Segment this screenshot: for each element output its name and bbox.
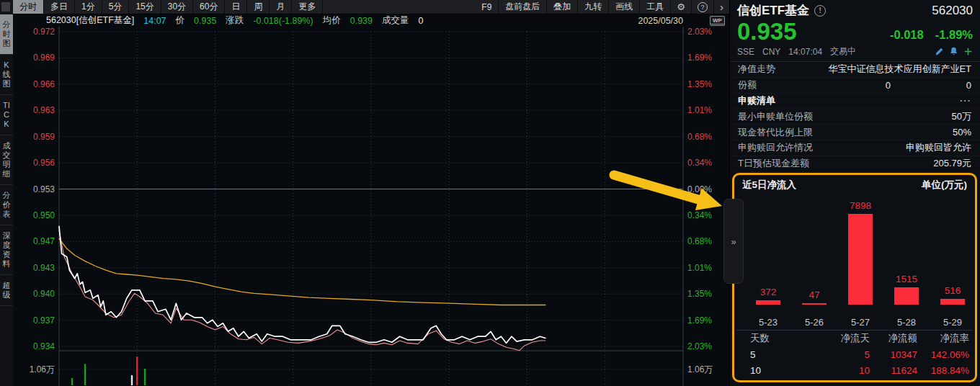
inflow-bar-5-27 [848,214,873,305]
price-axis-label: 0.953 [33,184,55,194]
inflow-value: 1515 [883,274,930,284]
net-inflow-title: 近5日净流入 [742,179,796,192]
tab-日[interactable]: 日 [225,0,247,14]
inflow-category: 5-27 [837,317,883,328]
tab-多日[interactable]: 多日 [44,0,75,14]
info-icon[interactable]: ! [814,5,826,17]
tab-1分[interactable]: 1分 [75,0,102,14]
chart-status-bar: 562030[信创ETF基金]14:07价0.935涨跌-0.018(-1.89… [13,14,729,27]
toolbar-button-九转[interactable]: 九转 [578,0,609,14]
inflow-category: 5-26 [791,317,837,328]
pct-axis-label: 1.01% [687,105,712,115]
fund-name: 信创ETF基金 [737,2,809,19]
inflow-bar-5-26 [802,303,827,305]
toolbar-buttons: F9盘前盘后叠加九转画线工具 [475,0,671,14]
price-axis-label: 0.969 [33,53,55,63]
fund-info-list: 净值走势华宝中证信息技术应用创新产业ET份额00申赎清单···最小申赎单位份额5… [730,62,980,187]
price-change-pct: -1.89% [935,28,973,42]
price-axis-label: 0.972 [33,27,55,37]
alert-bell-icon[interactable] [949,47,958,56]
currency-label: CNY [762,47,780,57]
chart-header-field-9: 0 [418,16,423,26]
panel-collapse-handle[interactable]: » [723,199,744,284]
sidebar-item-TICK[interactable]: TICK [0,95,13,135]
gear-icon[interactable]: ⚙ [671,0,692,14]
sidebar-item-超级[interactable]: 超级 [0,275,13,306]
tab-5分[interactable]: 5分 [102,0,130,14]
series-价格 [59,226,545,343]
volume-axis-label: 1.06万 [687,364,713,374]
series-均价 [59,239,545,305]
toolbar-button-画线[interactable]: 画线 [609,0,640,14]
add-icon[interactable] [963,47,973,56]
inflow-value: 372 [745,287,791,297]
highlight-arrow [614,175,698,199]
app-logo [1,2,10,12]
pct-axis-label: 1.69% [687,315,712,326]
intraday-chart: 0.9720.9690.9660.9630.9590.9560.9530.950… [13,27,729,386]
inflow-value: 47 [791,290,837,300]
price-axis-label: 0.963 [33,105,55,115]
pct-axis-label: 1.35% [687,79,712,89]
price-axis-label: 0.950 [33,210,55,220]
tab-周[interactable]: 周 [247,0,270,14]
quote-time: 14:07:04 [788,47,822,57]
price-axis-label: 0.959 [33,132,55,142]
exchange-label: SSE [737,47,754,57]
toolbar-button-盘前盘后[interactable]: 盘前盘后 [499,0,547,14]
toolbar-button-叠加[interactable]: 叠加 [547,0,578,14]
quote-title-row: 信创ETF基金 ! 562030 [730,0,980,19]
tab-更多[interactable]: 更多 [292,0,323,14]
sidebar-item-分时图[interactable]: 分时图 [0,14,13,55]
chart-header-field-1: 14:07 [143,16,166,26]
sidebar-item-分价表[interactable]: 分价表 [0,185,13,225]
info-row-申购赎回允许情况: 申购赎回允许情况申购赎回皆允许 [730,140,980,156]
info-row-最小申赎单位份额: 最小申赎单位份额50万 [730,109,980,125]
tab-30分[interactable]: 30分 [161,0,193,14]
toolbar-button-工具[interactable]: 工具 [640,0,671,14]
price-axis-label: 0.943 [33,263,55,273]
sidebar-item-成交明细[interactable]: 成交明细 [0,135,13,185]
pct-axis-label: 1.35% [687,289,712,299]
tab-60分[interactable]: 60分 [193,0,225,14]
inflow-table-row: 5510347142.06% [734,346,975,362]
volume-bar [84,364,86,385]
sidebar-item-K线图[interactable]: K线图 [0,55,13,95]
view-sidebar: 分时图K线图TICK成交明细分价表深度资料超级 [0,14,13,386]
chevron-right-icon[interactable]: › [714,0,729,14]
net-inflow-bar-chart: 3725-23475-2678985-2715155-285165-29 [734,192,975,330]
edit-icon[interactable] [935,47,944,56]
inflow-table-row: 101011624188.84% [734,362,975,378]
net-inflow-table: 天数净流天净流额净流率5510347142.06%101011624188.84… [734,331,975,378]
chart-header-field-2: 价 [176,14,185,27]
help-icon[interactable]: ? [692,0,714,14]
sidebar-item-深度资料[interactable]: 深度资料 [0,225,13,275]
chart-header-field-6: 均价 [323,14,341,27]
quote-meta-row: SSE CNY 14:07:04 交易中 [730,43,980,62]
inflow-bar-5-29 [940,299,965,305]
period-tabs: 分时多日1分5分15分30分60分日周月更多 [13,0,323,14]
pct-axis-label: 0.68% [687,236,712,246]
tab-分时[interactable]: 分时 [13,0,44,14]
volume-bar [136,356,138,385]
tab-15分[interactable]: 15分 [129,0,161,14]
chart-date: 2025/05/30 [638,16,683,26]
price-axis-label: 0.934 [33,341,55,351]
chart-header-field-4: 涨跌 [226,14,244,27]
period-toolbar: 分时多日1分5分15分30分60分日周月更多 F9盘前盘后叠加九转画线工具 ⚙ … [13,0,729,14]
toolbar-spacer [323,0,475,14]
pct-axis-label: 0.34% [687,158,712,168]
chart-header-field-5: -0.018(-1.89%) [253,16,313,26]
toolbar-button-F9[interactable]: F9 [475,0,499,14]
tab-月[interactable]: 月 [270,0,292,14]
chart-header-field-0: 562030[信创ETF基金] [46,14,134,27]
info-row-申赎清单[interactable]: 申赎清单··· [730,94,980,109]
inflow-bar-5-28 [894,287,919,305]
pct-axis-label: 0.34% [687,210,712,220]
inflow-category: 5-29 [930,317,976,328]
chart-header-field-7: 0.939 [350,16,373,26]
inflow-value: 7898 [837,200,883,211]
pct-axis-label: 0.68% [687,132,712,142]
price-axis-label: 0.940 [33,289,55,299]
net-inflow-header: 近5日净流入 单位(万元) [734,175,975,192]
